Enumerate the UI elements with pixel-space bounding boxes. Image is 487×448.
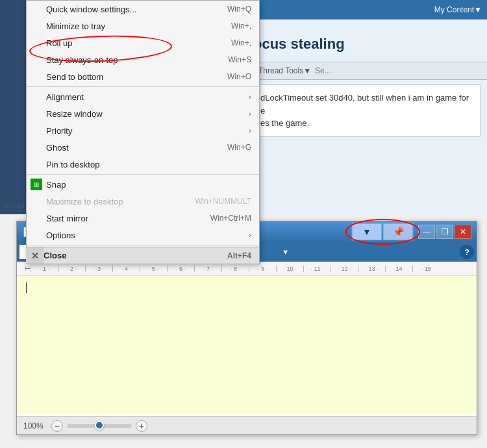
menu-item-resize-window[interactable]: Resize window›: [27, 105, 259, 122]
menu-separator: [27, 174, 259, 175]
menu-shortcut: Win+Q: [227, 5, 251, 14]
menu-item-label: Resize window: [46, 109, 103, 119]
ruler-mark: · 6 ·: [167, 266, 194, 272]
ruler-mark: · 11 ·: [303, 266, 331, 272]
forum-post-area: dLockTimeout set 30d40, but still when i…: [253, 84, 481, 137]
ruler-mark: · 10 ·: [276, 266, 303, 272]
menu-separator: [27, 86, 259, 87]
search-label: Se...: [315, 66, 331, 75]
menu-item-label: Stay always-on-top: [46, 55, 118, 65]
forum-post-text1: dLockTimeout set 30d40, but still when i…: [260, 92, 473, 117]
menu-separator-bottom: [27, 245, 259, 245]
close-x-icon: ✕: [26, 247, 44, 264]
ruler-mark: · 5 ·: [140, 266, 167, 272]
forum-sidebar: [0, 0, 26, 214]
menu-item-maximize-desktop[interactable]: Maximize to desktopWin+NUMMULT: [27, 193, 259, 210]
menu-shortcut: Win+O: [227, 72, 251, 81]
menu-item-quick-settings[interactable]: Quick window settings...Win+Q: [27, 1, 259, 18]
menu-item-options[interactable]: Options›: [27, 227, 259, 243]
forum-post-text2: es the game.: [260, 117, 473, 130]
pin-button-2[interactable]: 📌: [383, 223, 413, 240]
ruler-mark: · 4 ·: [112, 266, 140, 272]
menu-item-roll-up[interactable]: Roll upWin+,: [27, 34, 259, 51]
menu-item-snap[interactable]: ⊞Snap: [27, 176, 259, 193]
nav-my-content[interactable]: My Content▼: [434, 5, 482, 14]
wordpad-text-area[interactable]: [17, 276, 477, 414]
close-menu-item[interactable]: ✕ Close Alt+F4: [27, 247, 259, 264]
menu-item-minimize-tray[interactable]: Minimize to trayWin+,: [27, 18, 259, 34]
ruler-mark: · 7 ·: [194, 266, 221, 272]
menu-item-alignment[interactable]: Alignment›: [27, 88, 259, 105]
ruler-mark: · 13 ·: [358, 266, 385, 272]
zoom-minus-button[interactable]: −: [51, 420, 63, 432]
context-menu: Quick window settings...Win+QMinimize to…: [26, 0, 260, 264]
ruler-start-icon: ⊢: [25, 265, 31, 272]
submenu-arrow-icon: ›: [249, 231, 251, 239]
pin-area: ▼ 📌: [351, 222, 414, 242]
ruler-mark: · 8 ·: [221, 266, 249, 272]
menu-shortcut: Win+G: [227, 143, 251, 152]
ruler-mark: · 14 ·: [385, 266, 412, 272]
forum-post-title: ocus stealing: [253, 36, 345, 53]
restore-button[interactable]: ❐: [436, 225, 453, 239]
close-window-button[interactable]: ✕: [455, 225, 471, 239]
title-controls: — ❐ ✕: [418, 225, 471, 239]
menu-item-label: Ghost: [46, 143, 69, 153]
help-button[interactable]: ?: [460, 245, 474, 259]
menu-item-priority[interactable]: Priority›: [27, 122, 259, 139]
ruler-mark: · 1 ·: [31, 266, 58, 272]
ruler-marks: ⊢ · 1 · · 2 · · 3 · · 4 · · 5 · · 6 · · …: [19, 265, 440, 272]
ruler-mark: · 3 ·: [85, 266, 112, 272]
zoom-percent-label: 100%: [23, 421, 44, 430]
windows-icon: ⊞: [31, 179, 42, 190]
menu-item-label: Pin to desktop: [46, 160, 99, 169]
zoom-plus-button[interactable]: +: [136, 420, 147, 432]
menu-item-stay-on-top[interactable]: Stay always-on-topWin+S: [27, 51, 259, 68]
zoom-slider-area: − +: [51, 420, 147, 432]
ruler-mark: · 2 ·: [58, 266, 85, 272]
menu-item-ghost[interactable]: GhostWin+G: [27, 139, 259, 156]
menu-item-label: Maximize to desktop: [46, 197, 123, 206]
ruler-mark: · 15: [412, 266, 440, 272]
menu-shortcut: Win+Ctrl+M: [210, 214, 251, 223]
submenu-arrow-icon: ›: [249, 127, 251, 134]
menu-item-label: Alignment: [46, 92, 84, 102]
menu-item-label: Minimize to tray: [46, 21, 105, 31]
thread-tools-label[interactable]: Thread Tools▼: [258, 66, 311, 75]
zoom-track[interactable]: [67, 424, 132, 428]
menu-item-label: Options: [46, 230, 75, 240]
menu-item-label: Send to bottom: [46, 72, 103, 82]
menu-item-label: Roll up: [46, 38, 72, 48]
collapse-ribbon-icon[interactable]: ▼: [282, 248, 289, 256]
submenu-arrow-icon: ›: [249, 110, 251, 118]
menu-item-start-mirror[interactable]: Start mirrorWin+Ctrl+M: [27, 210, 259, 227]
menu-shortcut: Win+,: [231, 21, 251, 31]
text-cursor: [26, 282, 27, 293]
thread-tools-bar: Thread Tools▼ Se...: [253, 62, 487, 80]
ruler-mark: · 12 ·: [331, 266, 358, 272]
menu-item-pin-desktop[interactable]: Pin to desktop: [27, 156, 259, 173]
menu-item-label: Snap: [46, 180, 66, 190]
wordpad-statusbar: 100% − +: [17, 416, 477, 434]
menu-item-label: Quick window settings...: [46, 5, 136, 14]
menu-shortcut: Win+,: [231, 38, 251, 47]
zoom-thumb: [95, 421, 104, 430]
menu-shortcut: Win+S: [228, 55, 251, 64]
submenu-arrow-icon: ›: [249, 93, 251, 101]
pin-button-1[interactable]: ▼: [352, 223, 382, 240]
menu-item-send-bottom[interactable]: Send to bottomWin+O: [27, 68, 259, 85]
menu-shortcut: Win+NUMMULT: [195, 197, 251, 206]
menu-item-label: Priority: [46, 126, 72, 136]
minimize-button[interactable]: —: [418, 225, 435, 239]
close-shortcut: Alt+F4: [227, 251, 251, 260]
ruler-mark: · 9 ·: [249, 266, 276, 272]
menu-item-label: Start mirror: [46, 214, 88, 223]
